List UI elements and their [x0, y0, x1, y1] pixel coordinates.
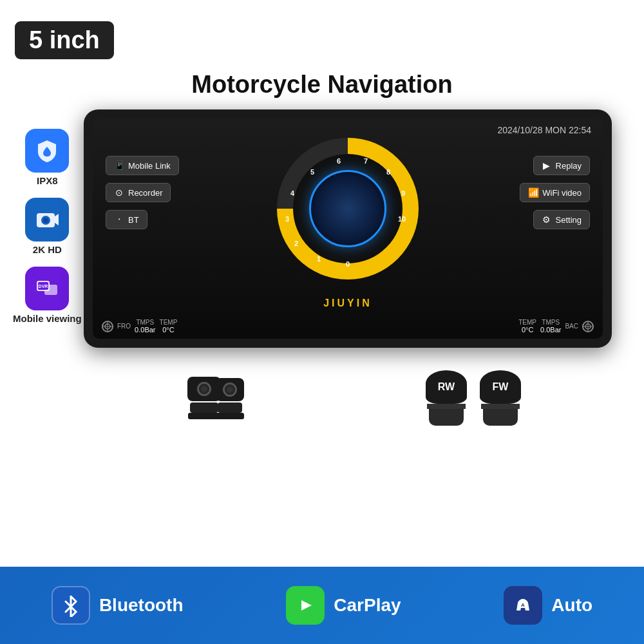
- ipx8-label: IPX8: [37, 175, 58, 186]
- svg-text:A: A: [521, 602, 525, 608]
- svg-point-3: [43, 218, 48, 223]
- bluetooth-icon-box: [52, 586, 90, 625]
- speedometer: 0 1 2 3 4 5 6 7 8 9 10: [277, 138, 419, 279]
- bt-button[interactable]: ᛫ BT: [106, 210, 147, 229]
- sensor-rw-mid: [427, 404, 466, 409]
- sensor-rw-top: RW: [426, 370, 467, 404]
- sensors-group: RW FW: [426, 370, 521, 426]
- ipx8-feature: IPX8: [25, 129, 69, 186]
- sensor-fw-top: FW: [480, 370, 521, 404]
- sensor-rw: RW: [426, 370, 467, 426]
- speedo-mid-ring: [293, 154, 402, 263]
- dvr-feature: DVR Mobile viewing: [13, 267, 82, 324]
- recorder-button[interactable]: ⊙ Recorder: [106, 183, 171, 202]
- tpms-rear-temp: TEMP 0°C: [518, 319, 536, 334]
- svg-marker-1: [55, 214, 59, 225]
- cameras-group: [187, 377, 244, 419]
- tpms-front-pressure: TMPS 0.0Bar: [135, 319, 155, 334]
- auto-icon-box: A: [504, 586, 542, 625]
- screen-datetime: 2024/10/28 MON 22:54: [497, 125, 591, 135]
- carplay-item: CarPlay: [286, 586, 401, 625]
- camera-mount-front: [218, 402, 242, 413]
- camera-base-rear: [188, 413, 220, 419]
- dvr-icon: DVR: [34, 276, 60, 301]
- replay-button[interactable]: ▶ Replay: [533, 156, 590, 175]
- wheel-front-icon: [102, 321, 113, 332]
- auto-item: A Auto: [504, 586, 592, 625]
- mobile-link-icon: 📱: [114, 160, 124, 171]
- brand-label: JIUYIN: [323, 298, 372, 309]
- camera-rear: [187, 377, 221, 419]
- sensor-fw: FW: [480, 370, 521, 426]
- 2khd-icon-box: [25, 198, 69, 242]
- tpms-front-temp: TEMP 0°C: [160, 319, 178, 334]
- recorder-icon: ⊙: [114, 187, 124, 198]
- tpms-rear-label-item: BAC: [565, 323, 578, 330]
- sensor-rw-bot: [429, 409, 464, 426]
- bluetooth-icon: [59, 594, 82, 617]
- dvr-icon-box: DVR: [25, 267, 69, 310]
- size-badge: 5 inch: [13, 19, 116, 61]
- speedo-inner: [309, 170, 386, 247]
- bluetooth-item: Bluetooth: [52, 586, 184, 625]
- device-outer-shell: 2024/10/28 MON 22:54 0 1 2 3 4 5: [84, 109, 612, 348]
- camera-lens-rear: [197, 382, 211, 396]
- 2khd-feature: 2K HD: [25, 198, 69, 255]
- mobile-link-button[interactable]: 📱 Mobile Link: [106, 156, 179, 175]
- ipx8-icon-box: [25, 129, 69, 173]
- speedo-outer-ring: [277, 138, 419, 279]
- page-title: Motorcycle Navigation: [0, 71, 644, 99]
- tpms-rear-pressure: TMPS 0.0Bar: [540, 319, 561, 334]
- replay-play-icon: ▶: [542, 160, 552, 171]
- tpms-rear: TEMP 0°C TMPS 0.0Bar BAC: [518, 319, 594, 334]
- auto-label: Auto: [551, 595, 592, 616]
- accessories-section: RW FW: [97, 370, 612, 426]
- camera-mount-rear: [190, 402, 218, 413]
- device-screen: 2024/10/28 MON 22:54 0 1 2 3 4 5: [93, 118, 603, 339]
- carplay-label: CarPlay: [334, 595, 401, 616]
- wheel-rear-icon: [582, 321, 594, 332]
- svg-text:DVR: DVR: [39, 284, 48, 289]
- feature-icons: IPX8 2K HD DVR Mobile viewing: [13, 129, 82, 324]
- tpms-front: FRO TMPS 0.0Bar TEMP 0°C: [102, 319, 177, 334]
- camera-lens-front: [223, 383, 237, 397]
- bluetooth-label: Bluetooth: [99, 595, 184, 616]
- setting-button[interactable]: ⚙ Setting: [533, 210, 590, 229]
- tpms-bar: FRO TMPS 0.0Bar TEMP 0°C TEMP 0°C: [93, 319, 603, 334]
- dvr-label: Mobile viewing: [13, 313, 82, 324]
- sensor-fw-bot: [483, 409, 518, 426]
- carplay-icon-box: [286, 586, 325, 625]
- auto-android-icon: A: [511, 594, 535, 617]
- 2khd-label: 2K HD: [33, 244, 62, 255]
- carplay-icon: [292, 592, 318, 618]
- device-display: 2024/10/28 MON 22:54 0 1 2 3 4 5: [84, 109, 631, 354]
- camera-icon: [34, 207, 60, 232]
- sensor-fw-mid: [481, 404, 520, 409]
- bottom-feature-bar: Bluetooth CarPlay A Auto: [0, 567, 644, 644]
- shield-water-icon: [34, 138, 60, 164]
- wifi-video-button[interactable]: 📶 WiFi video: [520, 183, 590, 202]
- camera-body-rear: [187, 377, 221, 401]
- tpms-front-label-item: FRO: [117, 323, 131, 330]
- wifi-icon: 📶: [528, 187, 538, 198]
- setting-gear-icon: ⚙: [542, 214, 552, 225]
- bt-icon: ᛫: [114, 214, 124, 225]
